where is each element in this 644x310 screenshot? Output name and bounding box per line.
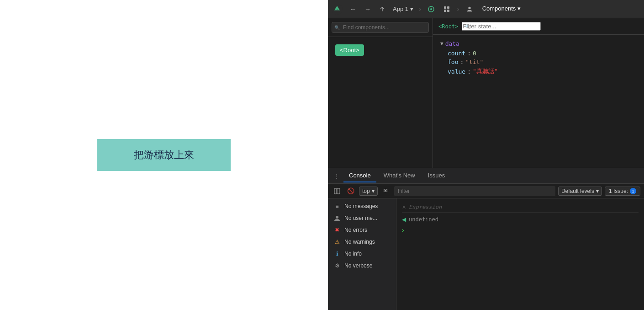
- filter-no-user-messages-label: No user me...: [344, 215, 377, 221]
- filter-no-verbose-label: No verbose: [344, 262, 372, 269]
- filter-no-info-label: No info: [344, 251, 362, 257]
- inspector-icon-button[interactable]: [425, 3, 438, 16]
- tab-whats-new[interactable]: What's New: [378, 169, 421, 182]
- filter-no-warnings[interactable]: ⚠ No warnings: [328, 236, 396, 248]
- info-icon: ℹ: [333, 250, 341, 257]
- user-icon: [333, 214, 341, 222]
- state-bar: <Root>: [433, 18, 644, 35]
- svg-rect-7: [447, 6, 449, 9]
- close-expression-button[interactable]: ✕: [402, 204, 406, 210]
- data-row-count: count : 0: [440, 50, 637, 57]
- preview-button[interactable]: 把游標放上來: [97, 139, 231, 171]
- find-components-bar: [328, 18, 433, 37]
- data-row-foo: foo : "tit": [440, 59, 637, 65]
- issue-label: 1 Issue:: [609, 188, 628, 194]
- top-selector[interactable]: top ▾: [359, 187, 378, 196]
- tab-issues-label: Issues: [428, 172, 445, 179]
- prop-key-foo: foo: [448, 59, 458, 65]
- separator: ›: [418, 5, 422, 13]
- tab-console-label: Console: [349, 172, 371, 179]
- tab-whats-new-label: What's New: [384, 172, 415, 179]
- root-component-item[interactable]: <Root>: [335, 44, 364, 56]
- clear-button[interactable]: 🚫: [345, 186, 356, 197]
- filter-no-user-messages[interactable]: No user me...: [328, 212, 396, 224]
- sidebar-toggle-button[interactable]: [332, 186, 343, 197]
- filter-no-errors-label: No errors: [344, 227, 367, 233]
- filter-state-input[interactable]: [462, 22, 541, 31]
- default-levels-label: Default levels: [561, 188, 594, 194]
- prop-val-count: 0: [473, 50, 476, 57]
- warning-icon: ⚠: [333, 238, 341, 246]
- app-label: App 1: [393, 5, 408, 12]
- console-body: ≡ No messages No user me... ✖ No errors: [328, 198, 644, 310]
- result-value: undefined: [409, 216, 438, 223]
- filter-no-info[interactable]: ℹ No info: [328, 248, 396, 260]
- filter-no-errors[interactable]: ✖ No errors: [328, 224, 396, 236]
- console-filter-input[interactable]: [394, 186, 555, 196]
- tab-console[interactable]: Console: [343, 169, 376, 182]
- console-expression-row: ✕ Expression: [402, 202, 639, 213]
- svg-rect-6: [444, 6, 446, 9]
- svg-point-10: [468, 6, 470, 9]
- tab-issues[interactable]: Issues: [422, 169, 451, 182]
- top-chevron-icon: ▾: [372, 188, 375, 194]
- arrow-icon: ▼: [440, 41, 443, 47]
- back-button[interactable]: ←: [347, 4, 359, 15]
- filter-no-messages-label: No messages: [344, 203, 378, 209]
- svg-rect-8: [444, 10, 446, 12]
- svg-point-5: [430, 8, 432, 10]
- issue-count: 1: [632, 189, 634, 193]
- default-levels-chevron-icon: ▾: [596, 188, 599, 194]
- forward-button[interactable]: →: [362, 4, 374, 15]
- message-filters: ≡ No messages No user me... ✖ No errors: [328, 198, 396, 310]
- data-group-name: data: [445, 40, 459, 47]
- components-panel: <Root> <Root> ▼ data count : 0: [328, 18, 644, 168]
- state-inspector: <Root> ▼ data count : 0 foo : "t: [433, 18, 644, 168]
- expression-placeholder: Expression: [409, 204, 442, 210]
- svg-rect-9: [447, 10, 449, 12]
- verbose-icon: ⚙: [333, 262, 341, 269]
- prop-val-value: "真聽話": [473, 67, 498, 75]
- filter-no-verbose[interactable]: ⚙ No verbose: [328, 260, 396, 272]
- prop-key-value: value: [448, 68, 465, 75]
- components-label: Components: [482, 5, 516, 12]
- list-icon: ≡: [333, 203, 341, 210]
- devtools-panel: ← → App 1 ▾ › ›: [328, 0, 644, 310]
- data-section: ▼ data count : 0 foo : "tit" value : "真聽…: [433, 35, 644, 83]
- find-components-input[interactable]: [332, 22, 429, 33]
- filter-no-warnings-label: No warnings: [344, 239, 375, 245]
- issue-badge[interactable]: 1 Issue: 1: [605, 187, 640, 196]
- chevron-down-icon: ▾: [410, 5, 413, 12]
- filter-no-messages[interactable]: ≡ No messages: [328, 200, 396, 212]
- console-tabs: ⋮ Console What's New Issues: [328, 168, 644, 184]
- vue-logo-icon: [332, 4, 343, 15]
- top-label: top: [362, 188, 370, 194]
- grid-icon-button[interactable]: [440, 3, 453, 16]
- components-tab[interactable]: Components ▾: [479, 5, 525, 13]
- console-prompt-row: ›: [402, 224, 639, 235]
- prompt-arrow-icon: ›: [402, 226, 404, 234]
- error-icon: ✖: [333, 226, 341, 234]
- prop-key-count: count: [448, 50, 465, 57]
- svg-rect-11: [334, 188, 337, 194]
- eye-button[interactable]: 👁: [380, 186, 391, 197]
- console-result-row: ◀ undefined: [402, 214, 639, 224]
- person-icon-button[interactable]: [463, 3, 476, 16]
- share-button[interactable]: [376, 4, 388, 14]
- console-panel: ⋮ Console What's New Issues 🚫 top: [328, 168, 644, 310]
- dots-menu-button[interactable]: ⋮: [332, 171, 342, 182]
- component-tree: <Root>: [328, 18, 433, 168]
- console-toolbar: 🚫 top ▾ 👁 Default levels ▾ 1 Issue: 1: [328, 184, 644, 198]
- devtools-toolbar: ← → App 1 ▾ › ›: [328, 0, 644, 18]
- data-group-label: ▼ data: [440, 40, 637, 47]
- result-arrow-icon: ◀: [402, 216, 406, 223]
- svg-point-13: [336, 216, 338, 219]
- svg-rect-12: [337, 188, 340, 194]
- separator2: ›: [456, 5, 460, 13]
- components-chevron-icon: ▾: [517, 5, 521, 12]
- issue-count-badge: 1: [630, 188, 636, 194]
- svg-point-3: [337, 9, 338, 10]
- app-selector[interactable]: App 1 ▾: [391, 5, 415, 12]
- prop-val-foo: "tit": [465, 59, 483, 65]
- default-levels-selector[interactable]: Default levels ▾: [558, 187, 602, 196]
